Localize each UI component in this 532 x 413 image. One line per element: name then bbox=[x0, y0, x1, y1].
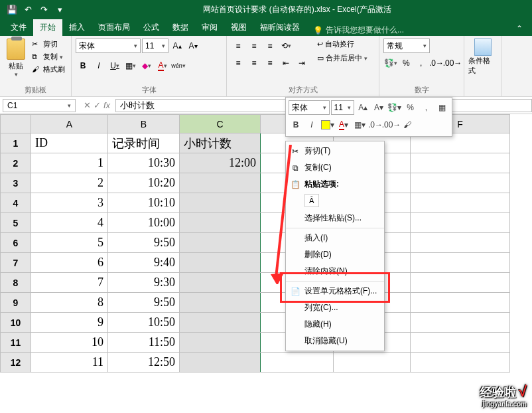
font-color-button[interactable]: A▾ bbox=[155, 58, 170, 73]
cell[interactable]: ID bbox=[31, 133, 108, 153]
orientation-icon[interactable]: ⟲▾ bbox=[279, 39, 293, 53]
paste-button[interactable]: 粘贴 ▾ bbox=[4, 39, 28, 84]
row-header[interactable]: 10 bbox=[1, 313, 31, 333]
format-painter-button[interactable]: 🖌格式刷 bbox=[31, 64, 66, 75]
mt-font-select[interactable]: 宋体▾ bbox=[289, 100, 330, 115]
mt-fontcolor-icon[interactable]: A▾ bbox=[336, 118, 351, 132]
align-top-icon[interactable]: ≡ bbox=[231, 39, 245, 53]
enter-formula-icon[interactable]: ✓ bbox=[94, 100, 101, 110]
tab-home[interactable]: 开始 bbox=[33, 19, 62, 36]
conditional-format-button[interactable]: 条件格式 bbox=[468, 39, 497, 95]
row-header[interactable]: 11 bbox=[1, 333, 31, 353]
border-button[interactable]: ▦▾ bbox=[123, 58, 138, 73]
mt-shrink-font-icon[interactable]: A▾ bbox=[371, 100, 386, 115]
copy-button[interactable]: ⧉复制▾ bbox=[31, 51, 66, 62]
mt-cond-fmt-icon[interactable]: ▦ bbox=[434, 100, 449, 115]
fx-icon[interactable]: fx bbox=[103, 100, 110, 110]
undo-icon[interactable]: ↶ bbox=[23, 4, 33, 15]
mt-fill-icon[interactable]: ▾ bbox=[320, 118, 335, 132]
mt-italic-icon[interactable]: I bbox=[304, 118, 319, 132]
phonetic-button[interactable]: wén▾ bbox=[171, 58, 186, 73]
currency-icon[interactable]: 💱▾ bbox=[383, 56, 398, 70]
align-center-icon[interactable]: ≡ bbox=[247, 56, 261, 70]
spreadsheet-grid[interactable]: A B C D E F 1 ID 记录时间 小时计数 2110:3012:00 … bbox=[0, 114, 510, 372]
save-icon[interactable]: 💾 bbox=[7, 4, 17, 15]
cancel-formula-icon[interactable]: ✕ bbox=[84, 100, 91, 110]
row-header[interactable]: 1 bbox=[1, 133, 31, 153]
row-header[interactable]: 5 bbox=[1, 213, 31, 233]
decrease-font-icon[interactable]: A▾ bbox=[186, 39, 200, 53]
comma-icon[interactable]: , bbox=[415, 56, 429, 70]
ctx-insert[interactable]: 插入(I) bbox=[286, 228, 384, 246]
font-size-select[interactable]: 11▾ bbox=[142, 39, 168, 53]
ctx-copy[interactable]: ⧉复制(C) bbox=[286, 159, 384, 176]
percent-icon[interactable]: % bbox=[399, 56, 413, 70]
mt-percent-icon[interactable]: % bbox=[403, 100, 418, 115]
row-header[interactable]: 6 bbox=[1, 233, 31, 253]
tab-insert[interactable]: 插入 bbox=[62, 19, 92, 36]
row-header[interactable]: 9 bbox=[1, 293, 31, 313]
wrap-text-button[interactable]: ↩自动换行 bbox=[316, 39, 369, 50]
ctx-paste-special[interactable]: 选择性粘贴(S)... bbox=[286, 210, 384, 226]
mt-currency-icon[interactable]: 💱▾ bbox=[387, 100, 402, 115]
mt-bold-icon[interactable]: B bbox=[289, 118, 303, 132]
increase-decimal-icon[interactable]: .0→ bbox=[429, 56, 444, 70]
ctx-paste-option-row: Ȃ bbox=[286, 193, 384, 210]
row-header[interactable]: 2 bbox=[1, 153, 31, 173]
row-header[interactable]: 12 bbox=[1, 353, 31, 372]
decrease-decimal-icon[interactable]: .00→ bbox=[445, 56, 460, 70]
cell[interactable]: 记录时间 bbox=[108, 133, 180, 153]
ctx-cut[interactable]: ✂剪切(T) bbox=[286, 143, 384, 159]
paste-keep-source-icon[interactable]: Ȃ bbox=[304, 194, 319, 207]
increase-indent-icon[interactable]: ⇥ bbox=[295, 56, 309, 70]
bold-button[interactable]: B bbox=[76, 58, 90, 73]
mt-border-icon[interactable]: ▦▾ bbox=[352, 118, 367, 132]
tab-view[interactable]: 视图 bbox=[224, 19, 253, 36]
mt-grow-font-icon[interactable]: A▴ bbox=[356, 100, 370, 115]
tab-foxit[interactable]: 福昕阅读器 bbox=[253, 19, 306, 36]
cut-button[interactable]: ✂剪切 bbox=[31, 39, 66, 50]
col-header-C[interactable]: C bbox=[180, 115, 261, 133]
redo-icon[interactable]: ↷ bbox=[38, 4, 49, 15]
align-bottom-icon[interactable]: ≡ bbox=[263, 39, 277, 53]
col-header-B[interactable]: B bbox=[108, 115, 180, 133]
row-header[interactable]: 7 bbox=[1, 253, 31, 273]
tab-review[interactable]: 审阅 bbox=[195, 19, 224, 36]
mt-comma-icon[interactable]: , bbox=[419, 100, 433, 115]
lightbulb-icon: 💡 bbox=[313, 26, 323, 35]
align-middle-icon[interactable]: ≡ bbox=[247, 39, 261, 53]
group-label-align: 对齐方式 bbox=[231, 84, 375, 95]
tab-file[interactable]: 文件 bbox=[4, 19, 33, 36]
mt-size-select[interactable]: 11▾ bbox=[331, 100, 355, 115]
align-left-icon[interactable]: ≡ bbox=[231, 56, 245, 70]
ctx-hide[interactable]: 隐藏(H) bbox=[286, 316, 384, 333]
ribbon-collapse-icon[interactable]: ⌃ bbox=[511, 21, 528, 36]
tab-data[interactable]: 数据 bbox=[166, 19, 195, 36]
underline-button[interactable]: U▾ bbox=[107, 58, 122, 73]
mt-decimal-inc-icon[interactable]: .0→ bbox=[368, 118, 383, 132]
qat-more-icon[interactable]: ▾ bbox=[54, 4, 65, 15]
fill-color-button[interactable]: ◆▾ bbox=[139, 58, 154, 73]
tell-me[interactable]: 💡告诉我您想要做什么... bbox=[313, 25, 404, 36]
col-header-A[interactable]: A bbox=[31, 115, 108, 133]
ctx-delete[interactable]: 删除(D) bbox=[286, 246, 384, 263]
number-format-select[interactable]: 常规▾ bbox=[383, 39, 430, 53]
font-family-select[interactable]: 宋体▾ bbox=[76, 39, 141, 53]
name-box[interactable]: C1▾ bbox=[3, 99, 76, 112]
tab-layout[interactable]: 页面布局 bbox=[92, 19, 137, 36]
ctx-unhide[interactable]: 取消隐藏(U) bbox=[286, 333, 384, 349]
align-right-icon[interactable]: ≡ bbox=[263, 56, 277, 70]
decrease-indent-icon[interactable]: ⇤ bbox=[279, 56, 293, 70]
cond-fmt-icon bbox=[474, 39, 492, 56]
tab-formulas[interactable]: 公式 bbox=[137, 19, 166, 36]
row-header[interactable]: 3 bbox=[1, 173, 31, 193]
merge-center-button[interactable]: ▭合并后居中▾ bbox=[316, 52, 369, 64]
row-header[interactable]: 8 bbox=[1, 273, 31, 293]
increase-font-icon[interactable]: A▴ bbox=[170, 39, 184, 53]
select-all-corner[interactable] bbox=[1, 115, 31, 133]
mt-decimal-dec-icon[interactable]: .00→ bbox=[384, 118, 399, 132]
italic-button[interactable]: I bbox=[92, 58, 106, 73]
row-header[interactable]: 4 bbox=[1, 193, 31, 213]
mt-painter-icon[interactable]: 🖌 bbox=[400, 118, 415, 132]
cell[interactable]: 小时计数 bbox=[180, 133, 261, 153]
